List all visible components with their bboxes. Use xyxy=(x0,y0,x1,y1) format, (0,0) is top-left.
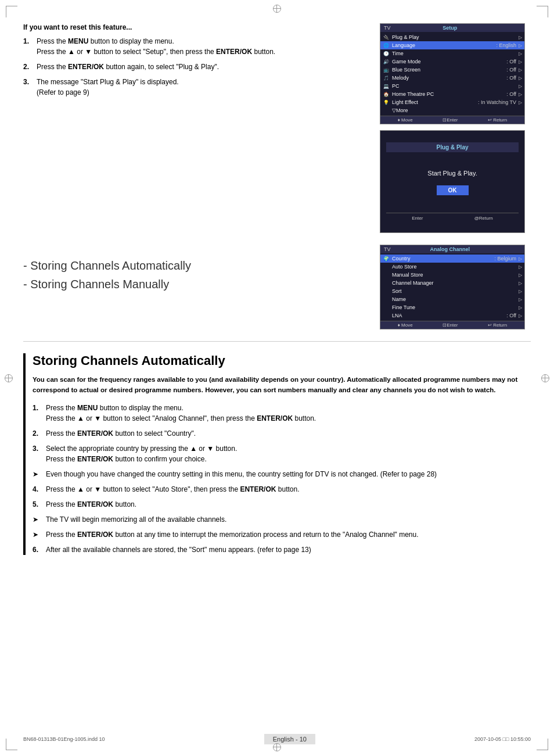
main-step-3: 3. Select the appropriate country by pre… xyxy=(33,443,531,464)
main-step-sym-note3: ➤ xyxy=(33,529,41,540)
row-value-lang: : English xyxy=(496,42,516,48)
pp-header: Plug & Play xyxy=(386,142,519,152)
bold-enterok-main-3: ENTER/OK xyxy=(77,455,113,463)
step-text-1: Press the MENU button to display the men… xyxy=(37,36,275,57)
row-value-country: : Belgium xyxy=(494,256,516,261)
analog-channel-screen: TV Analog Channel 🌍 Country : Belgium ▷ … xyxy=(380,245,525,329)
row-value-melody: : Off xyxy=(506,75,516,81)
main-step-note-1: ➤ Even though you have changed the count… xyxy=(33,469,531,479)
main-step-num-4: 4. xyxy=(33,484,41,495)
footer-right-text: 2007-10-05 □□ 10:55:00 xyxy=(474,736,531,742)
row-label-melody: Melody xyxy=(392,75,504,81)
main-step-num-1: 1. xyxy=(33,403,41,424)
storing-title-1: - Storing Channels Automatically xyxy=(23,256,368,275)
analog-channel-section: TV Analog Channel 🌍 Country : Belgium ▷ … xyxy=(380,245,531,329)
fine-tune-icon xyxy=(383,304,390,311)
row-arrow-light: ▷ xyxy=(519,100,522,105)
menu-row-channel-manager: Channel Manager ▷ xyxy=(380,279,524,287)
bold-enterok-main-5: ENTER/OK xyxy=(77,500,113,508)
row-label-blue: Blue Screen xyxy=(392,67,504,73)
row-label-manual-store: Manual Store xyxy=(392,272,516,278)
ok-button[interactable]: OK xyxy=(437,185,469,195)
main-step-num-3: 3. xyxy=(33,443,41,464)
main-step-note-text-3: Press the ENTER/OK button at any time to… xyxy=(46,529,419,540)
blue-icon: 📺 xyxy=(383,66,390,73)
footer-enter-1: ⊡Enter xyxy=(443,117,458,123)
main-step-note-3: ➤ Press the ENTER/OK button at any time … xyxy=(33,529,531,540)
main-step-note-text-2: The TV will begin memorizing all of the … xyxy=(46,514,226,525)
menu-row-sort: Sort ▷ xyxy=(380,287,524,295)
row-arrow-lna: ▷ xyxy=(519,313,522,318)
manual-store-icon xyxy=(383,271,390,278)
main-step-4: 4. Press the ▲ or ▼ button to select "Au… xyxy=(33,484,531,495)
analog-screen-footer: ♦ Move ⊡Enter ↩ Return xyxy=(380,321,524,329)
row-label-sort: Sort xyxy=(392,288,516,294)
pp-return: @Return xyxy=(474,216,493,221)
reset-title: If you want to reset this feature... xyxy=(23,23,362,31)
menu-row-lna: LNA : Off ▷ xyxy=(380,311,524,320)
footer-return-1: ↩ Return xyxy=(488,117,507,123)
tv-label-2: TV xyxy=(384,246,391,252)
row-arrow-auto-store: ▷ xyxy=(519,264,522,270)
row-label-auto-store: Auto Store xyxy=(392,264,516,270)
footer-move-2: ♦ Move xyxy=(398,323,413,328)
crosshair-left xyxy=(5,374,13,382)
main-step-2: 2. Press the ENTER/OK button to select "… xyxy=(33,428,531,439)
bold-enterok-1: ENTER/OK xyxy=(216,48,252,56)
top-section: If you want to reset this feature... 1. … xyxy=(23,23,531,233)
row-label-lang: Language xyxy=(392,42,494,48)
row-arrow-pc: ▷ xyxy=(519,84,522,89)
menu-row-blue: 📺 Blue Screen : Off ▷ xyxy=(380,66,524,74)
row-value-game: : Off xyxy=(506,59,516,65)
storing-titles: - Storing Channels Automatically - Stori… xyxy=(23,245,368,329)
analog-menu-body: 🌍 Country : Belgium ▷ Auto Store ▷ Manua… xyxy=(380,253,524,321)
row-label-country: Country xyxy=(392,256,492,261)
bold-menu-main-1: MENU xyxy=(77,404,98,412)
clock-icon: 🕐 xyxy=(383,50,390,57)
main-step-num-5: 5. xyxy=(33,499,41,510)
page-number-box: English - 10 xyxy=(264,734,315,744)
menu-row-pc: 💻 PC ▷ xyxy=(380,82,524,90)
analog-screen-header: TV Analog Channel xyxy=(380,245,524,253)
row-value-home: : Off xyxy=(506,91,516,97)
bold-enterok-2: ENTER/OK xyxy=(68,63,104,71)
row-label-game: Game Mode xyxy=(392,59,504,65)
main-step-text-2: Press the ENTER/OK button to select "Cou… xyxy=(46,428,196,439)
setup-menu-screen: TV Setup 🔌 Plug & Play ▷ 🌐 Language xyxy=(380,23,525,124)
crosshair-right xyxy=(541,374,549,382)
pp-enter: Enter xyxy=(412,216,423,221)
main-step-num-6: 6. xyxy=(33,544,41,555)
row-value-light: : In Watching TV xyxy=(478,99,516,105)
reset-step-3: 3. The message "Start Plug & Play" is di… xyxy=(23,77,362,98)
menu-row-manual-store: Manual Store ▷ xyxy=(380,271,524,279)
light-icon: 💡 xyxy=(383,99,390,106)
main-steps-list: 1. Press the MENU button to display the … xyxy=(33,403,531,555)
row-label-name: Name xyxy=(392,296,516,302)
row-label-fine-tune: Fine Tune xyxy=(392,304,516,310)
reset-step-1: 1. Press the MENU button to display the … xyxy=(23,36,362,57)
reset-step-2: 2. Press the ENTER/OK button again, to s… xyxy=(23,62,362,72)
corner-mark-tr xyxy=(537,6,548,17)
main-step-text-3: Select the appropriate country by pressi… xyxy=(46,443,237,464)
more-icon xyxy=(383,107,390,114)
setup-screen-header: TV Setup xyxy=(380,24,524,32)
setup-screen-title: Setup xyxy=(443,25,457,31)
row-label-home: Home Theatre PC xyxy=(392,91,504,97)
lang-icon: 🌐 xyxy=(383,42,390,49)
menu-row-language: 🌐 Language : English ▷ xyxy=(380,41,524,49)
menu-row-auto-store: Auto Store ▷ xyxy=(380,263,524,271)
main-step-text-5: Press the ENTER/OK button. xyxy=(46,499,136,510)
row-label-pc: PC xyxy=(392,83,516,89)
row-label-channel-manager: Channel Manager xyxy=(392,280,516,286)
menu-row-light: 💡 Light Effect : In Watching TV ▷ xyxy=(380,98,524,106)
row-label-lna: LNA xyxy=(392,313,504,318)
analog-screen-title: Analog Channel xyxy=(430,246,470,252)
row-label-more: ▽More xyxy=(392,108,522,113)
footer-return-2: ↩ Return xyxy=(488,323,507,328)
row-arrow-home: ▷ xyxy=(519,92,522,97)
pc-icon: 💻 xyxy=(383,83,390,89)
main-step-num-2: 2. xyxy=(33,428,41,439)
footer-move-1: ♦ Move xyxy=(398,117,413,123)
channel-manager-icon xyxy=(383,280,390,286)
bold-enterok-main-1: ENTER/OK xyxy=(257,414,293,422)
